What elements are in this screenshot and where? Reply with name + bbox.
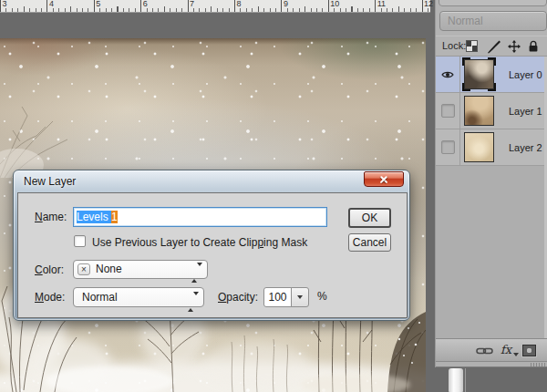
ok-button[interactable]: OK — [348, 208, 391, 228]
color-label: Color: — [35, 263, 64, 276]
selection-bracket — [488, 57, 496, 66]
new-layer-dialog: New Layer Name: Levels 1 OK Use Previous… — [13, 170, 410, 321]
text-cursor: 1 — [111, 211, 118, 223]
layer-name-2[interactable]: Layer 2 — [509, 142, 542, 153]
close-button[interactable] — [364, 171, 404, 187]
selection-bracket — [462, 57, 470, 66]
cancel-button[interactable]: Cancel — [348, 233, 391, 252]
layer-name-1[interactable]: Layer 1 — [509, 106, 542, 117]
visibility-toggle-1[interactable] — [436, 93, 460, 129]
name-label: Name: — [35, 211, 67, 223]
link-layers-icon[interactable] — [476, 346, 493, 356]
visibility-checkbox — [441, 104, 455, 118]
layer-row-0[interactable]: Layer 0 — [436, 57, 547, 93]
horizontal-ruler[interactable]: 3456789101112 — [0, 0, 430, 13]
layer-styles-icon[interactable]: fx — [501, 343, 511, 356]
lock-transparency-icon[interactable] — [466, 40, 478, 52]
mode-value: Normal — [82, 288, 118, 306]
percent-sign: % — [317, 290, 327, 303]
layer-row-2[interactable]: Layer 2 — [436, 129, 547, 166]
ruler-number: 7 — [190, 0, 194, 8]
layer-thumbnail-1[interactable] — [464, 96, 494, 126]
dialog-titlebar[interactable]: New Layer — [14, 170, 409, 192]
ruler-number: 12 — [424, 0, 433, 8]
lock-position-icon[interactable] — [508, 40, 521, 53]
upper-left-branches — [0, 105, 109, 178]
opacity-dropdown-button[interactable] — [291, 287, 309, 307]
selection-bracket — [462, 83, 470, 91]
visibility-toggle-0[interactable] — [436, 57, 460, 92]
updown-arrows-icon — [188, 293, 195, 311]
mode-dropdown[interactable]: Normal — [73, 287, 204, 307]
mode-label: Mode: — [35, 291, 65, 304]
color-value: None — [96, 261, 122, 278]
layers-panel-header: Normal Lock: — [436, 0, 547, 57]
layer-list: Layer 0 Layer 1 Layer 2 — [436, 57, 547, 166]
clipping-mask-label[interactable]: Use Previous Layer to Create Clipping Ma… — [92, 236, 307, 249]
ruler-number: 6 — [143, 0, 148, 8]
selected-text: Levels — [77, 211, 111, 223]
fx-dropdown-arrow-icon — [513, 353, 519, 356]
dropdown-arrow-icon — [297, 295, 303, 299]
vertical-scrollbar-thumb[interactable] — [449, 368, 463, 392]
ruler-number: 5 — [96, 0, 100, 8]
ruler-number: 9 — [284, 0, 288, 8]
panel-resize-grip[interactable] — [531, 363, 545, 366]
panel-edge-line — [465, 368, 466, 392]
color-dropdown[interactable]: × None — [73, 260, 208, 279]
layer-row-1[interactable]: Layer 1 — [436, 93, 547, 129]
color-none-icon: × — [77, 263, 90, 275]
panel-top-partial-control[interactable] — [439, 0, 547, 6]
selection-bracket — [488, 83, 496, 91]
opacity-input[interactable]: 100 — [263, 287, 292, 307]
add-layer-mask-icon[interactable] — [522, 345, 536, 356]
ruler-number: 8 — [237, 0, 242, 8]
lock-label: Lock: — [442, 40, 466, 51]
ruler-number: 4 — [49, 0, 54, 8]
panel-bottom-strip — [436, 362, 547, 367]
ruler-number: 11 — [377, 0, 386, 8]
lock-all-icon[interactable] — [528, 40, 539, 53]
layers-panel: Normal Lock: — [435, 0, 547, 367]
eye-icon — [441, 70, 454, 79]
visibility-toggle-2[interactable] — [436, 129, 460, 165]
blend-mode-dropdown[interactable]: Normal — [439, 11, 547, 31]
visibility-checkbox — [441, 140, 455, 154]
layer-name-input[interactable]: Levels 1 — [73, 207, 327, 227]
dialog-title: New Layer — [24, 175, 76, 188]
layer-thumbnail-2[interactable] — [464, 132, 494, 162]
dialog-content: Name: Levels 1 OK Use Previous Layer to … — [17, 192, 408, 318]
layers-panel-toolbar: fx — [436, 338, 547, 362]
lock-row: Lock: — [436, 36, 547, 57]
layer-thumbnail-0[interactable] — [464, 59, 494, 89]
updown-arrows-icon — [191, 264, 199, 282]
clipping-mask-checkbox[interactable] — [74, 235, 86, 247]
ruler-number: 3 — [3, 0, 7, 8]
ruler-number: 10 — [330, 0, 339, 8]
layer-name-0[interactable]: Layer 0 — [509, 69, 542, 80]
blend-mode-value: Normal — [448, 15, 483, 27]
opacity-label: Opacity: — [218, 291, 258, 304]
lock-brush-icon[interactable] — [487, 40, 501, 54]
